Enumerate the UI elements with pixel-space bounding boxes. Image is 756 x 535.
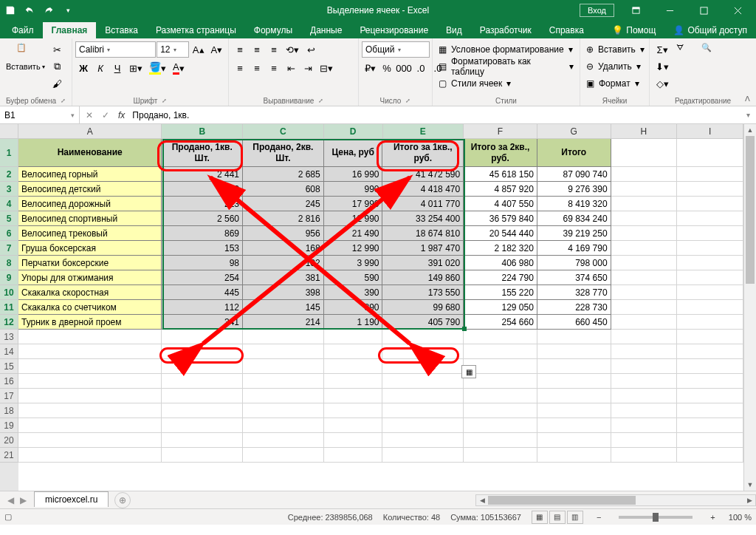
cell[interactable]: [677, 344, 743, 359]
cell[interactable]: [162, 389, 243, 403]
cell[interactable]: [243, 359, 324, 374]
cell[interactable]: [243, 418, 324, 433]
cell[interactable]: [611, 315, 678, 330]
cell[interactable]: 1 987 470: [382, 241, 464, 256]
cell[interactable]: [324, 448, 383, 463]
tab-help[interactable]: Справка: [540, 22, 593, 38]
cell[interactable]: 398: [243, 285, 324, 300]
row-header-6[interactable]: 6: [0, 226, 18, 241]
italic-button[interactable]: К: [92, 60, 109, 76]
cell[interactable]: 20 544 440: [464, 226, 537, 241]
cell[interactable]: [243, 330, 324, 344]
cell[interactable]: [162, 344, 243, 359]
cell[interactable]: Упоры для отжимания: [18, 270, 162, 285]
row-header-18[interactable]: 18: [0, 403, 18, 418]
tab-developer[interactable]: Разработчик: [471, 22, 540, 38]
cell[interactable]: Наименование: [18, 139, 162, 167]
scroll-up-icon[interactable]: ▲: [744, 124, 756, 136]
accept-formula-icon[interactable]: ✓: [99, 110, 112, 120]
select-all-corner[interactable]: [0, 124, 18, 139]
cell[interactable]: 405 790: [382, 315, 464, 330]
cell[interactable]: Итого за 2кв., руб.: [464, 139, 537, 167]
row-header-15[interactable]: 15: [0, 359, 18, 374]
fill-color-icon[interactable]: 🪣▾: [146, 60, 169, 76]
cell[interactable]: Цена, руб: [324, 139, 383, 167]
tab-next-icon[interactable]: ▶: [20, 495, 27, 505]
cell[interactable]: [382, 344, 464, 359]
cond-format-button[interactable]: ▦Условное форматирование▾: [436, 41, 577, 58]
align-left-icon[interactable]: ≡: [232, 60, 248, 76]
scroll-right-icon[interactable]: ▶: [743, 495, 755, 505]
wrap-text-icon[interactable]: ↩: [303, 41, 319, 58]
borders-icon[interactable]: ⊞▾: [126, 60, 145, 76]
col-header-C[interactable]: C: [243, 124, 324, 138]
cell[interactable]: [677, 330, 743, 344]
cell[interactable]: 45 618 150: [464, 167, 537, 182]
cell[interactable]: [324, 330, 383, 344]
cell[interactable]: 153: [162, 241, 243, 256]
row-header-8[interactable]: 8: [0, 256, 18, 270]
font-color-icon[interactable]: A▾: [170, 60, 188, 76]
row-header-19[interactable]: 19: [0, 418, 18, 433]
cell[interactable]: [677, 403, 743, 418]
cell[interactable]: [162, 359, 243, 374]
row-header-14[interactable]: 14: [0, 344, 18, 359]
grow-font-icon[interactable]: A▴: [190, 41, 207, 58]
normal-view-icon[interactable]: ▦: [532, 511, 548, 524]
horizontal-scrollbar[interactable]: ◀ ▶: [475, 494, 756, 506]
zoom-slider[interactable]: [619, 516, 693, 519]
zoom-in-icon[interactable]: +: [707, 513, 718, 522]
row-header-11[interactable]: 11: [0, 300, 18, 315]
cell[interactable]: [611, 300, 678, 315]
zoom-level[interactable]: 100 %: [729, 513, 752, 522]
cell[interactable]: [382, 374, 464, 389]
cell[interactable]: 245: [243, 197, 324, 211]
collapse-ribbon-icon[interactable]: ᐱ: [742, 93, 753, 104]
cell[interactable]: [18, 403, 162, 418]
inc-decimals-icon[interactable]: .0: [413, 60, 429, 76]
tell-me[interactable]: 💡Помощ: [603, 22, 664, 38]
cell[interactable]: [611, 241, 678, 256]
cell[interactable]: Турник в дверной проем: [18, 315, 162, 330]
cell[interactable]: [324, 433, 383, 448]
tab-file[interactable]: Файл: [3, 22, 43, 38]
cell[interactable]: [611, 418, 678, 433]
tab-home[interactable]: Главная: [43, 22, 97, 38]
cell[interactable]: [162, 374, 243, 389]
cell[interactable]: [611, 226, 678, 241]
name-box[interactable]: B1▾: [0, 106, 80, 123]
macro-record-icon[interactable]: ▢: [4, 512, 12, 522]
cell[interactable]: [611, 182, 678, 197]
cell[interactable]: [18, 448, 162, 463]
cell[interactable]: [611, 433, 678, 448]
cell[interactable]: [382, 448, 464, 463]
cell[interactable]: 798 000: [537, 256, 611, 270]
cell[interactable]: [677, 256, 743, 270]
format-painter-icon[interactable]: 🖌: [49, 75, 66, 92]
cut-icon[interactable]: ✂: [49, 41, 66, 58]
cell[interactable]: 145: [243, 300, 324, 315]
cell[interactable]: [677, 359, 743, 374]
align-bot-icon[interactable]: ≡: [266, 41, 282, 58]
cell[interactable]: [611, 403, 678, 418]
add-sheet-button[interactable]: ⊕: [114, 492, 131, 508]
cell[interactable]: 155 220: [464, 285, 537, 300]
cell[interactable]: [677, 197, 743, 211]
page-break-icon[interactable]: ▥: [567, 511, 583, 524]
cell[interactable]: [324, 418, 383, 433]
undo-icon[interactable]: [21, 1, 38, 19]
cell[interactable]: [464, 448, 537, 463]
cell[interactable]: [677, 433, 743, 448]
col-header-E[interactable]: E: [383, 124, 464, 138]
ribbon-display-icon[interactable]: [619, 0, 653, 21]
row-header-12[interactable]: 12: [0, 315, 18, 330]
col-header-D[interactable]: D: [324, 124, 383, 138]
cell[interactable]: [537, 389, 611, 403]
row-header-10[interactable]: 10: [0, 285, 18, 300]
save-icon[interactable]: [1, 1, 19, 19]
cell[interactable]: [611, 344, 678, 359]
cell[interactable]: [464, 344, 537, 359]
cell[interactable]: [537, 374, 611, 389]
cell[interactable]: 33 254 400: [382, 211, 464, 226]
cell[interactable]: [382, 418, 464, 433]
